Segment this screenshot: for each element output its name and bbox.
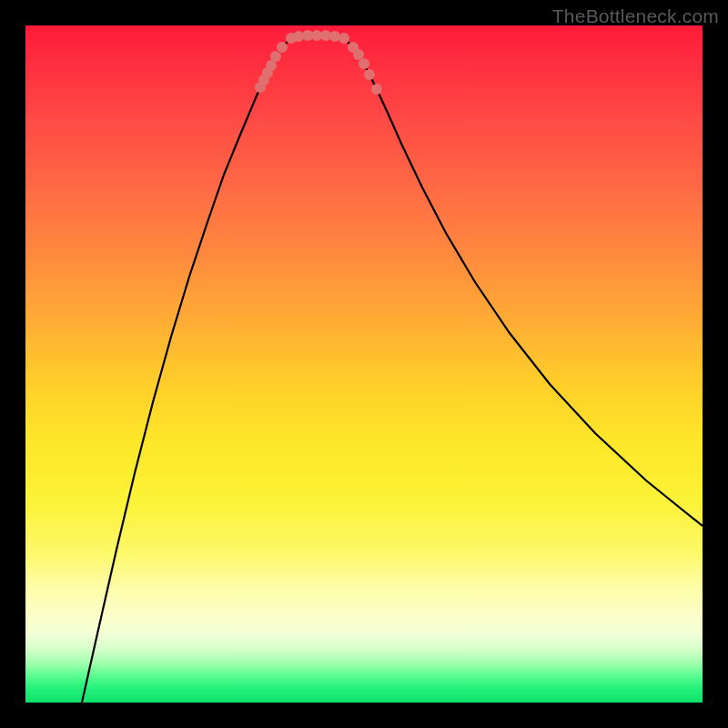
- highlight-dot: [277, 42, 288, 53]
- highlight-dots-right: [339, 33, 382, 95]
- highlight-dot: [364, 69, 375, 80]
- highlight-dot: [270, 51, 281, 62]
- chart-frame: TheBottleneck.com: [0, 0, 728, 728]
- curve-right-branch: [344, 38, 703, 526]
- curve-left-branch: [82, 38, 291, 703]
- highlight-dot: [329, 31, 340, 42]
- watermark-text: TheBottleneck.com: [552, 5, 719, 27]
- highlight-dot: [353, 49, 364, 60]
- highlight-dot: [339, 33, 349, 44]
- highlight-dot: [371, 84, 382, 95]
- plot-area: [25, 25, 703, 703]
- chart-svg: [25, 25, 703, 703]
- highlight-dot: [359, 58, 369, 69]
- highlight-dots-left: [255, 30, 340, 93]
